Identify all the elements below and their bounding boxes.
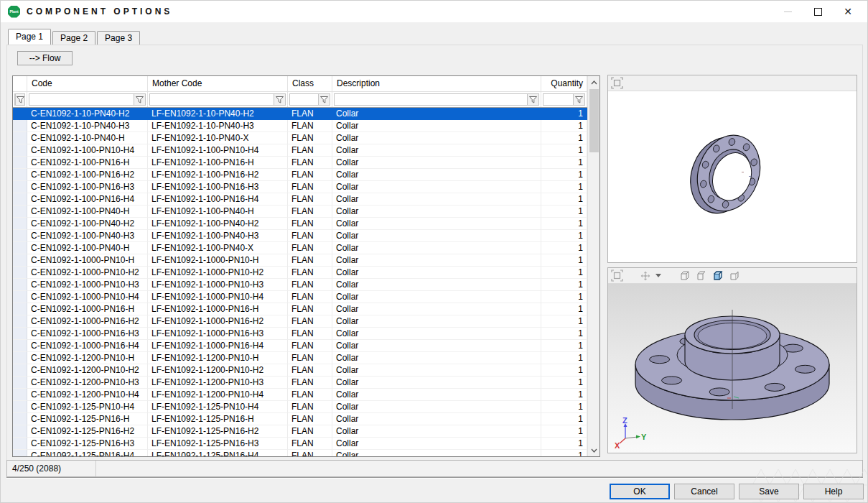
column-header-code[interactable]: Code: [27, 76, 148, 91]
pan-move-icon[interactable]: [640, 271, 650, 281]
flow-button[interactable]: --> Flow: [17, 51, 73, 65]
scroll-up-button[interactable]: [588, 76, 600, 88]
row-selector[interactable]: [13, 315, 27, 328]
table-row[interactable]: C-EN1092-1-100-PN16-HLF-EN1092-1-100-PN1…: [13, 157, 599, 169]
filter-code[interactable]: [27, 92, 148, 107]
row-selector[interactable]: [13, 364, 27, 377]
column-header-class[interactable]: Class: [288, 76, 332, 91]
table-row[interactable]: C-EN1092-1-100-PN16-H4LF-EN1092-1-100-PN…: [13, 193, 599, 206]
row-selector[interactable]: [13, 303, 27, 315]
scroll-down-button[interactable]: [588, 444, 600, 456]
row-selector[interactable]: [13, 230, 27, 242]
view-preset-icon-3-active[interactable]: [711, 270, 723, 282]
filter-class[interactable]: [288, 92, 332, 107]
view-preset-icon-1[interactable]: [678, 270, 690, 282]
table-row[interactable]: C-EN1092-1-1000-PN16-H3LF-EN1092-1-1000-…: [13, 328, 599, 340]
column-header-description[interactable]: Description: [332, 76, 541, 91]
table-row[interactable]: C-EN1092-1-100-PN40-HLF-EN1092-1-100-PN4…: [13, 242, 599, 254]
row-selector[interactable]: [13, 108, 27, 120]
filter-code-input[interactable]: [29, 93, 146, 106]
tab-page-2[interactable]: Page 2: [52, 31, 95, 45]
table-row[interactable]: C-EN1092-1-1200-PN10-HLF-EN1092-1-1200-P…: [13, 352, 599, 364]
filter-selector[interactable]: [13, 92, 27, 107]
row-selector[interactable]: [13, 181, 27, 193]
minimize-button[interactable]: [773, 1, 803, 22]
flange-3d-view-large[interactable]: Z Y X: [608, 284, 857, 453]
row-selector[interactable]: [13, 438, 27, 450]
collar-3d-view-small[interactable]: [608, 91, 857, 262]
table-row[interactable]: C-EN1092-1-125-PN16-H4LF-EN1092-1-125-PN…: [13, 450, 599, 456]
scrollbar-thumb[interactable]: [589, 89, 599, 152]
filter-description-funnel-button[interactable]: [527, 94, 538, 105]
row-selector[interactable]: [13, 340, 27, 352]
column-header-quantity[interactable]: Quantity: [541, 76, 587, 91]
vertical-scrollbar[interactable]: [587, 76, 599, 456]
filter-mother-code[interactable]: [148, 92, 288, 107]
table-row[interactable]: C-EN1092-1-100-PN40-H2LF-EN1092-1-100-PN…: [13, 218, 599, 230]
row-selector[interactable]: [13, 425, 27, 438]
table-row[interactable]: C-EN1092-1-100-PN16-H3LF-EN1092-1-100-PN…: [13, 181, 599, 193]
row-selector[interactable]: [13, 377, 27, 389]
table-row[interactable]: C-EN1092-1-1000-PN10-HLF-EN1092-1-1000-P…: [13, 254, 599, 267]
filter-description-input[interactable]: [334, 93, 539, 106]
table-row[interactable]: C-EN1092-1-10-PN40-HLF-EN1092-1-10-PN40-…: [13, 132, 599, 144]
row-selector[interactable]: [13, 242, 27, 254]
table-row[interactable]: C-EN1092-1-125-PN16-HLF-EN1092-1-125-PN1…: [13, 413, 599, 425]
row-selector[interactable]: [13, 254, 27, 267]
row-selector[interactable]: [13, 413, 27, 425]
filter-mother-code-input[interactable]: [149, 93, 286, 106]
row-selector[interactable]: [13, 389, 27, 401]
filter-quantity-funnel-button[interactable]: [573, 94, 584, 105]
table-row[interactable]: C-EN1092-1-1000-PN16-H4LF-EN1092-1-1000-…: [13, 340, 599, 352]
filter-description[interactable]: [332, 92, 541, 107]
table-row[interactable]: C-EN1092-1-100-PN16-H2LF-EN1092-1-100-PN…: [13, 169, 599, 181]
row-selector[interactable]: [13, 132, 27, 144]
table-row[interactable]: C-EN1092-1-100-PN40-HLF-EN1092-1-100-PN4…: [13, 206, 599, 218]
table-row[interactable]: C-EN1092-1-125-PN16-H2LF-EN1092-1-125-PN…: [13, 425, 599, 438]
row-selector[interactable]: [13, 450, 27, 456]
filter-selector-funnel-button[interactable]: [15, 94, 24, 105]
row-selector[interactable]: [13, 328, 27, 340]
table-row[interactable]: C-EN1092-1-1000-PN10-H4LF-EN1092-1-1000-…: [13, 291, 599, 303]
tab-page-3[interactable]: Page 3: [97, 31, 140, 45]
row-selector[interactable]: [13, 267, 27, 279]
filter-mother-code-funnel-button[interactable]: [274, 94, 285, 105]
row-selector[interactable]: [13, 401, 27, 413]
row-selector[interactable]: [13, 120, 27, 132]
table-row[interactable]: C-EN1092-1-1200-PN10-H2LF-EN1092-1-1200-…: [13, 364, 599, 377]
table-row[interactable]: C-EN1092-1-1200-PN10-H3LF-EN1092-1-1200-…: [13, 377, 599, 389]
table-row[interactable]: C-EN1092-1-1000-PN10-H2LF-EN1092-1-1000-…: [13, 267, 599, 279]
filter-quantity-input[interactable]: [543, 93, 585, 106]
view-preset-icon-4[interactable]: [728, 270, 739, 282]
row-selector[interactable]: [13, 206, 27, 218]
row-selector[interactable]: [13, 352, 27, 364]
tab-page-1[interactable]: Page 1: [8, 29, 51, 45]
table-row[interactable]: C-EN1092-1-1200-PN10-H4LF-EN1092-1-1200-…: [13, 389, 599, 401]
table-row[interactable]: C-EN1092-1-1000-PN10-H3LF-EN1092-1-1000-…: [13, 279, 599, 291]
save-button[interactable]: Save: [739, 484, 799, 499]
filter-selector-input[interactable]: [14, 93, 25, 106]
cancel-button[interactable]: Cancel: [674, 484, 734, 499]
table-row[interactable]: C-EN1092-1-125-PN10-H4LF-EN1092-1-125-PN…: [13, 401, 599, 413]
filter-class-funnel-button[interactable]: [318, 94, 330, 105]
row-selector[interactable]: [13, 218, 27, 230]
dropdown-caret-icon[interactable]: [655, 274, 661, 277]
column-header-mother-code[interactable]: Mother Code: [148, 76, 288, 91]
filter-code-funnel-button[interactable]: [134, 94, 145, 105]
filter-class-input[interactable]: [289, 93, 330, 106]
row-selector[interactable]: [13, 157, 27, 169]
row-selector[interactable]: [13, 193, 27, 206]
zoom-extents-icon[interactable]: [611, 77, 623, 89]
row-selector[interactable]: [13, 169, 27, 181]
row-selector[interactable]: [13, 144, 27, 157]
table-row[interactable]: C-EN1092-1-1000-PN16-H2LF-EN1092-1-1000-…: [13, 315, 599, 328]
row-selector[interactable]: [13, 279, 27, 291]
zoom-extents-icon[interactable]: [611, 269, 623, 282]
table-row[interactable]: C-EN1092-1-125-PN16-H3LF-EN1092-1-125-PN…: [13, 438, 599, 450]
table-row[interactable]: C-EN1092-1-100-PN40-H3LF-EN1092-1-100-PN…: [13, 230, 599, 242]
filter-quantity[interactable]: [541, 92, 587, 107]
help-button[interactable]: Help: [803, 484, 864, 499]
table-row[interactable]: C-EN1092-1-10-PN40-H2LF-EN1092-1-10-PN40…: [13, 108, 599, 120]
table-row[interactable]: C-EN1092-1-10-PN40-H3LF-EN1092-1-10-PN40…: [13, 120, 599, 132]
maximize-button[interactable]: [803, 1, 833, 22]
